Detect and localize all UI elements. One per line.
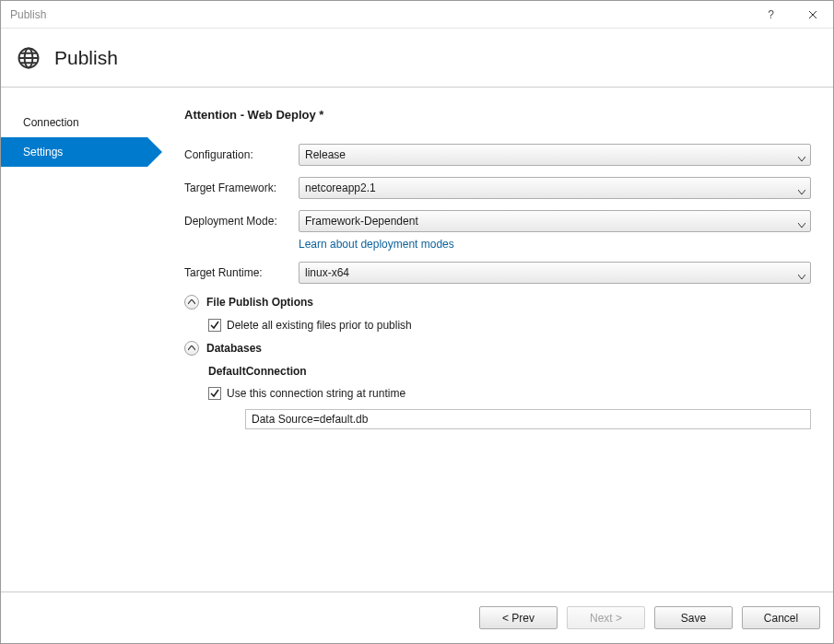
- deployment-mode-help: Learn about deployment modes: [299, 238, 811, 251]
- button-label: Next >: [590, 612, 622, 625]
- dialog-body: Connection Settings Attention - Web Depl…: [1, 88, 833, 591]
- section-file-publish: File Publish Options Delete all existing…: [184, 295, 811, 332]
- close-icon: [808, 10, 817, 19]
- sidebar-item-settings[interactable]: Settings: [1, 137, 147, 167]
- close-button[interactable]: [792, 1, 833, 29]
- section-body-file-publish: Delete all existing files prior to publi…: [208, 319, 811, 332]
- row-deployment-mode: Deployment Mode: Framework-Dependent: [184, 210, 811, 232]
- chevron-down-icon: [798, 218, 805, 224]
- footer: < Prev Next > Save Cancel: [1, 591, 833, 643]
- sidebar-item-label: Connection: [23, 116, 79, 129]
- checkbox-icon: [208, 319, 221, 332]
- row-target-framework: Target Framework: netcoreapp2.1: [184, 177, 811, 199]
- chevron-up-icon: [184, 341, 199, 356]
- combo-target-framework[interactable]: netcoreapp2.1: [299, 177, 811, 199]
- globe-icon: [16, 45, 41, 71]
- row-target-runtime: Target Runtime: linux-x64: [184, 262, 811, 284]
- sidebar-item-connection[interactable]: Connection: [1, 108, 147, 137]
- next-button: Next >: [567, 606, 645, 629]
- chevron-up-icon: [184, 295, 199, 310]
- connection-string-input[interactable]: Data Source=default.db: [245, 409, 811, 429]
- combo-value: netcoreapp2.1: [305, 181, 376, 194]
- checkbox-label: Use this connection string at runtime: [227, 387, 405, 400]
- row-configuration: Configuration: Release: [184, 144, 811, 166]
- titlebar: Publish ?: [1, 1, 833, 29]
- help-button[interactable]: ?: [750, 1, 792, 29]
- db-connection-name: DefaultConnection: [208, 365, 811, 378]
- button-label: < Prev: [502, 612, 534, 625]
- main-panel: Attention - Web Deploy * Configuration: …: [147, 88, 833, 591]
- link-deployment-modes[interactable]: Learn about deployment modes: [299, 238, 454, 251]
- section-body-databases: DefaultConnection Use this connection st…: [208, 365, 811, 429]
- label-target-framework: Target Framework:: [184, 181, 299, 194]
- button-label: Save: [681, 612, 706, 625]
- section-header-file-publish[interactable]: File Publish Options: [184, 295, 811, 310]
- publish-dialog: Publish ? Publish Connection: [0, 0, 834, 644]
- checkbox-use-connection-runtime[interactable]: Use this connection string at runtime: [208, 387, 811, 400]
- chevron-down-icon: [798, 185, 805, 191]
- checkbox-icon: [208, 387, 221, 400]
- label-deployment-mode: Deployment Mode:: [184, 215, 299, 228]
- combo-value: Framework-Dependent: [305, 215, 418, 228]
- label-configuration: Configuration:: [184, 148, 299, 161]
- section-databases: Databases DefaultConnection Use this con…: [184, 341, 811, 429]
- checkbox-delete-existing[interactable]: Delete all existing files prior to publi…: [208, 319, 811, 332]
- cancel-button[interactable]: Cancel: [742, 606, 820, 629]
- combo-deployment-mode[interactable]: Framework-Dependent: [299, 210, 811, 232]
- help-icon: ?: [768, 8, 774, 21]
- banner-title: Publish: [54, 47, 118, 69]
- window-title: Publish: [10, 8, 46, 21]
- combo-value: Release: [305, 148, 346, 161]
- save-button[interactable]: Save: [654, 606, 733, 629]
- combo-target-runtime[interactable]: linux-x64: [299, 262, 811, 284]
- chevron-down-icon: [798, 152, 805, 158]
- section-title: Databases: [206, 342, 262, 355]
- combo-configuration[interactable]: Release: [299, 144, 811, 166]
- section-title: File Publish Options: [206, 296, 313, 309]
- sidebar-item-label: Settings: [23, 146, 63, 158]
- banner: Publish: [1, 29, 833, 88]
- combo-value: linux-x64: [305, 266, 349, 279]
- page-heading: Attention - Web Deploy *: [184, 108, 811, 122]
- section-header-databases[interactable]: Databases: [184, 341, 811, 356]
- button-label: Cancel: [764, 612, 798, 625]
- prev-button[interactable]: < Prev: [479, 606, 558, 629]
- chevron-down-icon: [798, 270, 805, 275]
- sidebar: Connection Settings: [1, 88, 147, 591]
- connection-string-value: Data Source=default.db: [252, 413, 368, 426]
- checkbox-label: Delete all existing files prior to publi…: [227, 319, 412, 332]
- label-target-runtime: Target Runtime:: [184, 266, 299, 279]
